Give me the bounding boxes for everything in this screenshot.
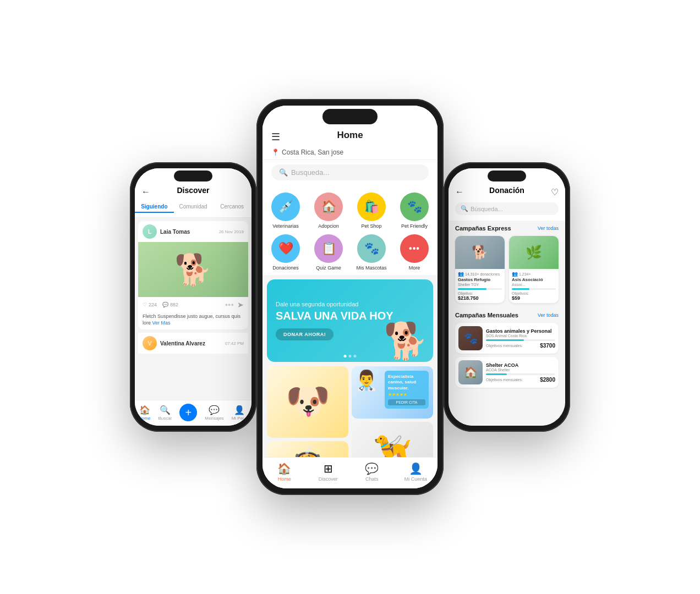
post-author-2: V Valentina Alvarez 07:42 PM <box>138 333 248 354</box>
home-nav-label: Home <box>278 476 291 482</box>
chats-nav-icon: 💬 <box>365 462 379 475</box>
express-org-2: Assoc... <box>512 283 556 287</box>
right-search: 🔍 Búsqueda... <box>449 199 565 221</box>
location-bar: 📍 Costa Rica, San jose <box>262 145 438 160</box>
home-icon: 🏠 <box>139 405 150 415</box>
pedir-cita-button[interactable]: PEDIR CITA <box>388 399 425 405</box>
post-card-1: L Laia Tomas 26 Nov 2019 🐕 ♡ 224 <box>138 221 248 329</box>
nav-micuenta[interactable]: 👤 Mi Cuenta <box>394 462 438 482</box>
right-title: Donación <box>489 186 524 195</box>
kibble-icon: 🍲 <box>267 441 348 457</box>
center-notch <box>322 109 378 124</box>
left-nav-search[interactable]: 🔍 Buscar <box>158 405 172 421</box>
monthly-amount-row-2: Objetivos mensuales: $2800 <box>486 377 555 383</box>
left-bottom-nav: 🏠 Home 🔍 Buscar + 💬 Mensajes 👤 Mi Pe <box>135 400 251 426</box>
cat-petshop[interactable]: 🛍️ Pet Shop <box>353 193 390 229</box>
monthly-progress-fill-1 <box>486 339 524 341</box>
monthly-card-1[interactable]: 🐾 Gastos animales y Personal SOS Animal … <box>455 323 559 354</box>
monthly-name-1: Gastos animales y Personal <box>486 328 555 334</box>
post-more[interactable]: Ver Mas <box>152 320 171 326</box>
cat-veterinarias[interactable]: 💉 Veterinarias <box>267 193 304 229</box>
back-button[interactable]: ← <box>141 187 150 197</box>
post-time-2: 07:42 PM <box>225 341 244 346</box>
heart-icon[interactable]: ♡ <box>551 187 559 197</box>
nav-discover[interactable]: ⊞ Discover <box>307 462 351 482</box>
express-org-1: Shelter TOY <box>458 283 502 287</box>
micuenta-nav-label: Mi Cuenta <box>404 476 427 482</box>
mascotas-label: Mis Mascotas <box>356 265 386 271</box>
dot-1[interactable] <box>344 355 347 358</box>
donaciones-icon: ❤️ <box>278 241 293 256</box>
search-icon: 🔍 <box>279 168 288 177</box>
discover-nav-icon: ⊞ <box>324 462 333 475</box>
express-donors-2: 👥 1,234+ <box>512 271 556 277</box>
right-back-button[interactable]: ← <box>455 187 464 197</box>
post-image: 🐕 <box>138 242 248 297</box>
more-label: More <box>409 265 420 271</box>
right-screen-inner: ← Donación ♡ 🔍 Búsqueda... Campañas Expr… <box>449 168 565 426</box>
comment-action[interactable]: 💬 882 <box>162 302 178 307</box>
express-card-2[interactable]: 🌿 👥 1,234+ Asis Asociació Assoc... <box>509 236 559 303</box>
add-post-button[interactable]: + <box>179 404 197 421</box>
home-label: Home <box>139 416 150 421</box>
express-title: Campañas Express <box>455 225 511 232</box>
express-ver-todas[interactable]: Ver todas <box>538 226 559 231</box>
donar-ahora-button[interactable]: DONAR AHORA! <box>276 328 333 340</box>
cat-more[interactable]: ••• More <box>396 234 433 271</box>
cat-adopcion[interactable]: 🏠 Adopcion <box>310 193 347 229</box>
dot-2[interactable] <box>349 355 352 358</box>
banner-dots <box>344 355 357 358</box>
search-input-wrap[interactable]: 🔍 Busqueda... <box>271 164 429 180</box>
right-notch <box>488 170 526 182</box>
cat-quiz[interactable]: 📋 Quiz Game <box>310 234 347 271</box>
donaciones-icon-wrap: ❤️ <box>271 234 300 263</box>
right-search-wrap[interactable]: 🔍 Búsqueda... <box>455 202 559 215</box>
express-card-1[interactable]: 🐕 👥 14,310+ donaciones Gastos Refugio Sh… <box>455 236 505 303</box>
center-scroll[interactable]: 💉 Veterinarias 🏠 Adopcion <box>262 186 438 457</box>
monthly-card-2[interactable]: 🏠 Shelter ACOA ACOA Shelter Objetivos me… <box>455 357 559 388</box>
express-progress-1 <box>458 288 502 290</box>
monthly-amount-1: $3700 <box>540 343 555 349</box>
cat-mascotas[interactable]: 🐾 Mis Mascotas <box>353 234 390 271</box>
monthly-name-2: Shelter ACOA <box>486 362 555 368</box>
avatar-laia: L <box>143 224 157 239</box>
menu-icon[interactable]: ☰ <box>271 131 280 143</box>
center-screen: ☰ Home 📍 Costa Rica, San jose 🔍 Busqueda… <box>262 106 438 488</box>
monthly-org-2: ACOA Shelter <box>486 368 555 372</box>
banner-text: Dale una segunda oportunidad SALVA UNA V… <box>276 301 424 340</box>
tab-cercanos[interactable]: Cercanos <box>212 201 251 213</box>
express-section-header: Campañas Express Ver todas <box>449 221 565 234</box>
left-nav-messages[interactable]: 💬 Mensajes <box>205 405 223 421</box>
monthly-ver-todas[interactable]: Ver todas <box>538 312 559 318</box>
petfriendly-icon-wrap: 🐾 <box>400 193 429 221</box>
tab-siguiendo[interactable]: Siguiendo <box>135 201 174 213</box>
express-info-1: 👥 14,310+ donaciones Gastos Refugio Shel… <box>455 269 505 303</box>
like-action[interactable]: ♡ 224 <box>143 302 157 307</box>
monthly-progress-2 <box>486 373 555 375</box>
promo-food-card[interactable]: 🍲 <box>267 441 348 457</box>
tab-comunidad[interactable]: Comunidad <box>174 201 213 213</box>
promo-specialist-card[interactable]: 👨‍⚕️ Especialista canino, salud muscular… <box>352 366 433 419</box>
left-notch <box>174 170 212 182</box>
nav-chats[interactable]: 💬 Chats <box>350 462 394 482</box>
cat-petfriendly[interactable]: 🐾 Pet Friendly <box>396 193 433 229</box>
right-search-placeholder: Búsqueda... <box>471 206 503 212</box>
post-actions: ♡ 224 💬 882 ●●● ➤ <box>138 297 248 312</box>
left-screen: ← Discover Siguiendo Comunidad Cercanos … <box>135 168 251 426</box>
micuenta-nav-icon: 👤 <box>409 462 423 475</box>
cat-donaciones[interactable]: ❤️ Donaciones <box>267 234 304 271</box>
express-info-2: 👥 1,234+ Asis Asociació Assoc... Objetiv… <box>509 269 559 303</box>
campaign-express-list: 🐕 👥 14,310+ donaciones Gastos Refugio Sh… <box>449 234 565 307</box>
left-nav-profile[interactable]: 👤 Mi Per... <box>232 405 248 421</box>
promo-dog2-card[interactable]: 🦮 <box>352 422 433 457</box>
search-nav-label: Buscar <box>158 416 172 421</box>
post-text: Fletch Suspendisse justo augue, cursus q… <box>138 312 248 329</box>
left-nav-home[interactable]: 🏠 Home <box>139 405 150 421</box>
messages-icon: 💬 <box>209 405 220 415</box>
dot-3[interactable] <box>354 355 357 358</box>
right-search-icon: 🔍 <box>461 205 468 212</box>
left-title: Discover <box>177 186 209 195</box>
nav-home[interactable]: 🏠 Home <box>262 462 307 482</box>
monthly-img-1: 🐾 <box>458 326 483 350</box>
promo-dog-card[interactable]: 🐶 <box>267 366 348 438</box>
